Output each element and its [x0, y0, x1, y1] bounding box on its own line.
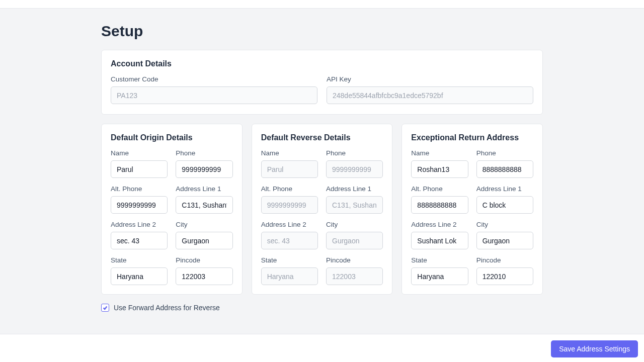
use-forward-checkbox[interactable]	[101, 304, 109, 312]
exceptional-addr1-label: Address Line 1	[476, 185, 533, 193]
exceptional-phone-label: Phone	[476, 149, 533, 157]
reverse-addr2-input	[261, 232, 318, 249]
footer-bar: Save Address Settings	[0, 334, 644, 362]
reverse-state-label: State	[261, 256, 318, 264]
check-icon	[103, 305, 108, 310]
customer-code-input	[111, 86, 317, 104]
reverse-heading: Default Reverse Details	[261, 133, 383, 142]
origin-card: Default Origin Details Name Phone Alt. P…	[101, 124, 243, 295]
reverse-addr1-input	[326, 196, 383, 214]
reverse-addr2-label: Address Line 2	[261, 221, 318, 228]
origin-addr2-label: Address Line 2	[111, 221, 168, 228]
reverse-phone-label: Phone	[326, 149, 383, 157]
origin-city-label: City	[176, 221, 232, 228]
account-details-heading: Account Details	[111, 59, 533, 68]
exceptional-name-label: Name	[411, 149, 468, 157]
exceptional-heading: Exceptional Return Address	[411, 133, 533, 142]
api-key-input	[327, 86, 533, 104]
origin-state-input[interactable]	[111, 267, 168, 285]
reverse-pincode-label: Pincode	[326, 256, 383, 264]
origin-addr1-label: Address Line 1	[176, 185, 232, 193]
reverse-addr1-label: Address Line 1	[326, 185, 383, 193]
exceptional-addr2-label: Address Line 2	[411, 221, 468, 228]
exceptional-card: Exceptional Return Address Name Phone Al…	[401, 124, 543, 295]
reverse-altphone-label: Alt. Phone	[261, 185, 318, 193]
exceptional-state-input[interactable]	[411, 267, 468, 285]
exceptional-addr1-input[interactable]	[476, 196, 533, 214]
origin-pincode-input[interactable]	[176, 267, 232, 285]
reverse-name-input	[261, 160, 318, 178]
exceptional-city-input[interactable]	[476, 232, 533, 249]
exceptional-name-input[interactable]	[411, 160, 468, 178]
top-header	[0, 0, 644, 9]
origin-addr1-input[interactable]	[176, 196, 232, 214]
exceptional-altphone-input[interactable]	[411, 196, 468, 214]
customer-code-label: Customer Code	[111, 75, 317, 83]
exceptional-pincode-input[interactable]	[476, 267, 533, 285]
origin-phone-input[interactable]	[176, 160, 232, 178]
save-button[interactable]: Save Address Settings	[551, 340, 638, 357]
reverse-name-label: Name	[261, 149, 318, 157]
reverse-state-input	[261, 267, 318, 285]
exceptional-pincode-label: Pincode	[476, 256, 533, 264]
origin-pincode-label: Pincode	[176, 256, 232, 264]
reverse-city-input	[326, 232, 383, 249]
origin-altphone-input[interactable]	[111, 196, 168, 214]
exceptional-altphone-label: Alt. Phone	[411, 185, 468, 193]
reverse-card: Default Reverse Details Name Phone Alt. …	[252, 124, 393, 295]
origin-altphone-label: Alt. Phone	[111, 185, 168, 193]
reverse-altphone-input	[261, 196, 318, 214]
exceptional-phone-input[interactable]	[476, 160, 533, 178]
origin-name-label: Name	[111, 149, 168, 157]
page-title: Setup	[101, 23, 543, 40]
use-forward-label: Use Forward Address for Reverse	[114, 304, 220, 312]
origin-city-input[interactable]	[176, 232, 232, 249]
origin-phone-label: Phone	[176, 149, 232, 157]
reverse-phone-input	[326, 160, 383, 178]
reverse-city-label: City	[326, 221, 383, 228]
exceptional-addr2-input[interactable]	[411, 232, 468, 249]
origin-state-label: State	[111, 256, 168, 264]
account-details-card: Account Details Customer Code API Key	[101, 50, 543, 115]
origin-name-input[interactable]	[111, 160, 168, 178]
exceptional-state-label: State	[411, 256, 468, 264]
api-key-label: API Key	[327, 75, 533, 83]
exceptional-city-label: City	[476, 221, 533, 228]
origin-heading: Default Origin Details	[111, 133, 233, 142]
origin-addr2-input[interactable]	[111, 232, 168, 249]
reverse-pincode-input	[326, 267, 383, 285]
